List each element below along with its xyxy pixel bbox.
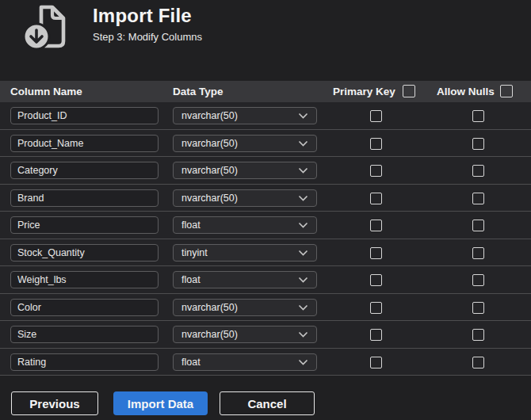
column-header-allow-nulls: Allow Nulls: [437, 81, 495, 102]
primary-key-checkbox[interactable]: [370, 110, 382, 122]
table-row: nvarchar(50): [0, 102, 531, 130]
data-type-value: nvarchar(50): [181, 329, 238, 340]
column-name-input[interactable]: [10, 353, 159, 371]
primary-key-checkbox[interactable]: [370, 274, 382, 286]
import-data-button[interactable]: Import Data: [113, 391, 208, 415]
data-type-select[interactable]: nvarchar(50): [173, 135, 317, 152]
data-type-value: nvarchar(50): [181, 110, 238, 121]
allow-nulls-checkbox[interactable]: [472, 165, 484, 177]
allow-nulls-checkbox[interactable]: [472, 110, 484, 122]
data-type-select[interactable]: nvarchar(50): [173, 189, 317, 207]
data-type-value: float: [181, 220, 201, 231]
chevron-down-icon: [298, 222, 308, 228]
primary-key-checkbox[interactable]: [370, 193, 382, 204]
previous-button[interactable]: Previous: [11, 391, 98, 415]
column-name-input[interactable]: [10, 326, 159, 343]
data-type-value: float: [181, 357, 201, 368]
column-name-input[interactable]: [10, 189, 159, 207]
column-header-name: Column Name: [10, 81, 82, 102]
chevron-down-icon: [298, 277, 308, 283]
allow-nulls-checkbox[interactable]: [472, 138, 484, 150]
data-type-select[interactable]: float: [173, 271, 317, 288]
table-row: float: [0, 349, 531, 376]
primary-key-select-all-checkbox[interactable]: [403, 85, 415, 97]
primary-key-checkbox[interactable]: [370, 302, 382, 314]
table-row: nvarchar(50): [0, 321, 531, 349]
column-name-input[interactable]: [10, 135, 159, 152]
chevron-down-icon: [298, 140, 308, 147]
data-type-select[interactable]: nvarchar(50): [173, 326, 317, 343]
import-file-dialog: Import File Step 3: Modify Columns Colum…: [0, 0, 531, 420]
allow-nulls-checkbox[interactable]: [472, 329, 484, 341]
table-row: nvarchar(50): [0, 157, 531, 185]
allow-nulls-select-all-checkbox[interactable]: [500, 85, 513, 97]
data-type-select[interactable]: float: [173, 216, 317, 234]
data-type-select[interactable]: nvarchar(50): [173, 107, 317, 124]
data-type-value: float: [181, 274, 201, 285]
column-header-primary-key: Primary Key: [333, 81, 395, 102]
import-file-icon: [21, 3, 78, 54]
table-row: nvarchar(50): [0, 130, 531, 158]
chevron-down-icon: [298, 195, 308, 201]
dialog-header: Import File Step 3: Modify Columns: [0, 0, 531, 81]
data-type-select[interactable]: float: [173, 353, 317, 371]
data-type-value: nvarchar(50): [181, 138, 238, 149]
allow-nulls-checkbox[interactable]: [472, 193, 484, 204]
data-type-select[interactable]: tinyint: [173, 244, 317, 262]
table-row: nvarchar(50): [0, 185, 531, 212]
allow-nulls-checkbox[interactable]: [472, 274, 484, 286]
column-name-input[interactable]: [10, 216, 159, 234]
primary-key-checkbox[interactable]: [370, 165, 382, 177]
data-type-value: nvarchar(50): [181, 302, 238, 313]
allow-nulls-checkbox[interactable]: [472, 357, 484, 368]
allow-nulls-checkbox[interactable]: [472, 247, 484, 259]
allow-nulls-checkbox[interactable]: [472, 220, 484, 231]
primary-key-checkbox[interactable]: [370, 357, 382, 368]
primary-key-checkbox[interactable]: [370, 138, 382, 150]
column-header-data-type: Data Type: [173, 81, 223, 102]
chevron-down-icon: [298, 304, 308, 311]
cancel-button[interactable]: Cancel: [220, 391, 315, 415]
chevron-down-icon: [298, 167, 308, 174]
table-rows: nvarchar(50) nvarchar(50): [0, 102, 531, 376]
column-name-input[interactable]: [10, 244, 159, 262]
column-name-input[interactable]: [10, 107, 159, 124]
table-header-bar: Column Name Data Type Primary Key Allow …: [0, 81, 531, 102]
data-type-value: nvarchar(50): [181, 193, 238, 204]
page-subtitle: Step 3: Modify Columns: [93, 31, 202, 43]
primary-key-checkbox[interactable]: [370, 329, 382, 341]
table-row: float: [0, 266, 531, 294]
chevron-down-icon: [298, 359, 308, 365]
table-row: nvarchar(50): [0, 294, 531, 322]
data-type-select[interactable]: nvarchar(50): [173, 162, 317, 179]
page-title: Import File: [93, 5, 192, 27]
allow-nulls-checkbox[interactable]: [472, 302, 484, 314]
column-name-input[interactable]: [10, 299, 159, 316]
table-row: float: [0, 212, 531, 239]
chevron-down-icon: [298, 331, 308, 338]
data-type-value: nvarchar(50): [181, 165, 238, 176]
table-row: tinyint: [0, 239, 531, 267]
column-name-input[interactable]: [10, 271, 159, 288]
primary-key-checkbox[interactable]: [370, 247, 382, 259]
data-type-select[interactable]: nvarchar(50): [173, 299, 317, 316]
primary-key-checkbox[interactable]: [370, 220, 382, 231]
dialog-footer: Previous Import Data Cancel: [0, 391, 531, 415]
chevron-down-icon: [298, 250, 308, 256]
data-type-value: tinyint: [181, 247, 208, 258]
column-name-input[interactable]: [10, 162, 159, 179]
chevron-down-icon: [298, 113, 308, 119]
